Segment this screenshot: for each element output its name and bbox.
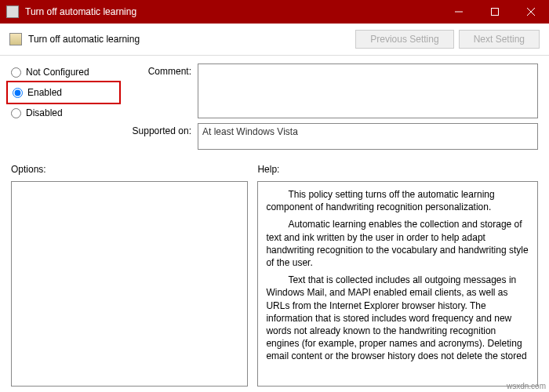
config-row: Not Configured Enabled Disabled Comment:… [11, 64, 538, 150]
panes-row: Options: Help: This policy setting turns… [11, 156, 538, 387]
comment-row: Comment: [130, 64, 538, 118]
supported-text: At least Windows Vista [198, 123, 538, 150]
radio-enabled[interactable]: Enabled [13, 84, 115, 101]
maximize-button[interactable] [477, 0, 513, 24]
radio-disabled-input[interactable] [11, 108, 21, 118]
app-icon [6, 5, 19, 18]
radio-disabled-label: Disabled [26, 107, 63, 118]
minimize-button[interactable] [441, 0, 477, 24]
options-label: Options: [11, 156, 248, 175]
enabled-highlight: Enabled [6, 81, 121, 104]
help-box[interactable]: This policy setting turns off the automa… [257, 181, 538, 387]
supported-label: Supported on: [130, 123, 198, 150]
next-setting-button[interactable]: Next Setting [459, 30, 540, 49]
radio-not-configured-input[interactable] [11, 67, 21, 78]
svg-rect-1 [492, 9, 499, 16]
radio-enabled-input[interactable] [13, 88, 23, 98]
titlebar: Turn off automatic learning [0, 0, 549, 24]
watermark: wsxdn.com [507, 382, 546, 390]
radio-enabled-label: Enabled [27, 87, 62, 98]
previous-setting-button[interactable]: Previous Setting [355, 30, 453, 49]
page-title: Turn off automatic learning [28, 34, 351, 45]
radio-not-configured-label: Not Configured [26, 67, 89, 78]
policy-icon [9, 33, 22, 45]
close-icon [527, 8, 535, 16]
help-label: Help: [257, 156, 538, 175]
help-pane: Help: This policy setting turns off the … [257, 156, 538, 387]
maximize-icon [491, 8, 499, 16]
close-button[interactable] [513, 0, 549, 24]
help-paragraph: This policy setting turns off the automa… [266, 188, 529, 213]
minimize-icon [455, 8, 463, 16]
content-area: Not Configured Enabled Disabled Comment:… [0, 56, 549, 392]
window-title: Turn off automatic learning [25, 6, 441, 17]
supported-row: Supported on: At least Windows Vista [130, 123, 538, 150]
state-radios: Not Configured Enabled Disabled [11, 64, 121, 150]
comment-label: Comment: [130, 64, 198, 118]
help-paragraph: Text that is collected includes all outg… [266, 274, 529, 362]
radio-not-configured[interactable]: Not Configured [11, 64, 121, 81]
comment-input[interactable] [198, 64, 538, 118]
help-paragraph: Automatic learning enables the collectio… [266, 218, 529, 269]
radio-disabled[interactable]: Disabled [11, 104, 121, 122]
options-pane: Options: [11, 156, 248, 387]
toolbar: Turn off automatic learning Previous Set… [0, 24, 549, 56]
meta-fields: Comment: Supported on: At least Windows … [130, 64, 538, 150]
options-box[interactable] [11, 181, 248, 387]
